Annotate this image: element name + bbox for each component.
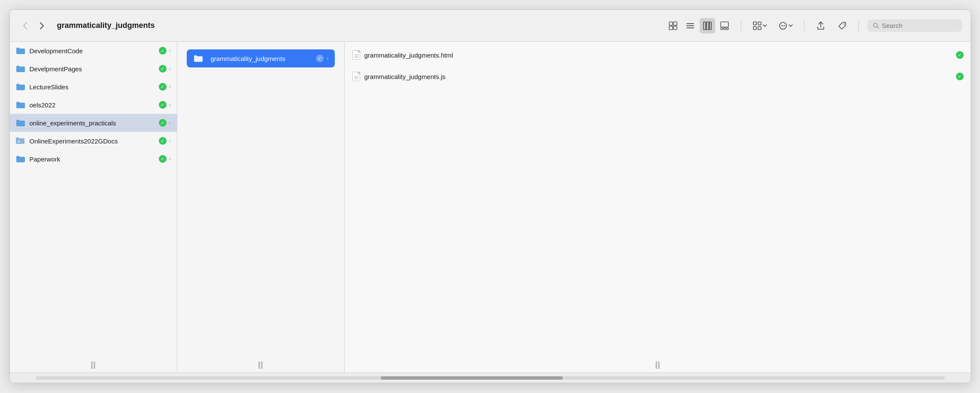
back-button[interactable] (18, 19, 32, 33)
folder-icon (15, 118, 26, 128)
item-name: LectureSlides (30, 83, 156, 91)
check-icon: ✓ (956, 73, 964, 80)
folder-icon (15, 154, 26, 164)
svg-rect-7 (704, 22, 706, 30)
item-name: Paperwork (30, 155, 156, 163)
svg-point-22 (843, 23, 844, 24)
svg-rect-10 (721, 22, 728, 27)
chevron-icon: › (169, 66, 171, 72)
svg-rect-17 (758, 27, 761, 30)
item-badge: ✓ › (159, 83, 171, 91)
folder-icon-selected (193, 54, 204, 63)
grid-view-button[interactable] (665, 18, 681, 34)
left-column: DevelopmentCode ✓ › DevelpmentPages ✓ › (10, 42, 177, 372)
selected-folder-name: grammaticality_judgments (211, 55, 313, 62)
svg-rect-9 (710, 22, 711, 30)
divider-1 (741, 21, 741, 31)
chevron-icon: › (169, 120, 171, 126)
share-button[interactable] (813, 18, 828, 34)
check-icon: ✓ (159, 137, 167, 145)
tag-button[interactable] (834, 18, 850, 34)
item-badge: ✓ (956, 51, 964, 59)
search-icon (873, 22, 880, 29)
list-item[interactable]: oels2022 ✓ › (10, 96, 177, 114)
svg-rect-16 (753, 27, 756, 30)
item-badge: ✓ (956, 73, 964, 80)
list-item[interactable]: grammaticality_judgments.js ✓ (345, 66, 971, 87)
svg-rect-13 (727, 28, 728, 30)
chevron-icon: › (169, 156, 171, 162)
file-name: grammaticality_judgments.js (364, 73, 953, 80)
svg-rect-3 (674, 26, 677, 30)
toolbar: grammaticality_judgments (10, 10, 971, 42)
forward-button[interactable] (35, 19, 49, 33)
chevron-icon: › (169, 84, 171, 90)
middle-column: grammaticality_judgments ✓ › (177, 42, 345, 372)
finder-window: grammaticality_judgments (9, 9, 971, 383)
item-badge: ✓ › (159, 101, 171, 109)
list-item-selected[interactable]: online_experiments_practicals ✓ › (10, 114, 177, 132)
svg-text:G: G (18, 140, 20, 143)
svg-rect-0 (669, 22, 673, 25)
item-badge: ✓ › (159, 137, 171, 145)
folder-icon (15, 64, 26, 73)
item-name: oels2022 (30, 101, 156, 109)
svg-point-20 (782, 25, 783, 26)
item-badge: ✓ › (159, 119, 171, 127)
scrollbar-thumb[interactable] (381, 376, 563, 380)
js-file-icon (352, 71, 361, 82)
svg-rect-1 (674, 22, 677, 25)
svg-rect-8 (707, 22, 709, 30)
svg-rect-15 (758, 22, 761, 25)
bottom-bar (10, 372, 971, 383)
item-badge: ✓ › (159, 155, 171, 163)
check-icon: ✓ (159, 101, 167, 109)
view-mode-group (665, 18, 732, 34)
folder-icon (15, 46, 26, 55)
list-item[interactable]: DevelpmentPages ✓ › (10, 60, 177, 78)
list-item[interactable]: LectureSlides ✓ › (10, 78, 177, 96)
gallery-view-button[interactable] (717, 18, 732, 34)
item-name: online_experiments_practicals (30, 119, 156, 127)
nav-buttons (18, 19, 49, 33)
check-icon-white: ✓ (316, 55, 324, 62)
list-item[interactable]: grammaticality_judgments.html ✓ (345, 44, 971, 66)
search-input[interactable] (882, 22, 951, 29)
svg-rect-2 (669, 26, 673, 30)
list-item[interactable]: G OnlineExperiments2022GDocs ✓ › (10, 132, 177, 150)
check-icon: ✓ (159, 47, 167, 55)
check-icon: ✓ (956, 51, 964, 59)
svg-point-21 (784, 25, 785, 26)
svg-rect-12 (724, 28, 726, 30)
scrollbar-track[interactable] (36, 376, 945, 380)
folder-icon (15, 100, 26, 110)
folder-icon-special: G (15, 136, 26, 146)
group-button[interactable] (750, 19, 770, 32)
item-badge: ✓ › (159, 65, 171, 73)
more-options-button[interactable] (776, 19, 795, 32)
list-item[interactable]: Paperwork ✓ › (10, 150, 177, 168)
selected-folder-row[interactable]: grammaticality_judgments ✓ › (187, 49, 335, 67)
right-column: grammaticality_judgments.html ✓ (345, 42, 971, 372)
search-box[interactable] (868, 19, 962, 32)
divider-2 (804, 21, 804, 31)
list-item[interactable]: DevelopmentCode ✓ › (10, 42, 177, 60)
chevron-icon: › (169, 102, 171, 108)
item-badge: ✓ › (159, 47, 171, 55)
item-name: DevelpmentPages (30, 65, 156, 73)
svg-rect-11 (721, 28, 723, 30)
chevron-icon: › (169, 138, 171, 144)
arrow-icon-white: › (327, 55, 329, 61)
chevron-icon: › (169, 48, 171, 54)
main-content: DevelopmentCode ✓ › DevelpmentPages ✓ › (10, 42, 971, 372)
list-view-button[interactable] (683, 18, 698, 34)
svg-rect-14 (753, 22, 756, 25)
check-icon: ✓ (159, 83, 167, 91)
check-icon: ✓ (159, 119, 167, 127)
column-view-button[interactable] (700, 18, 715, 34)
item-name: DevelopmentCode (30, 47, 156, 55)
divider-3 (859, 21, 859, 31)
check-icon: ✓ (159, 65, 167, 73)
svg-point-19 (781, 25, 782, 26)
item-name: OnlineExperiments2022GDocs (30, 137, 156, 145)
